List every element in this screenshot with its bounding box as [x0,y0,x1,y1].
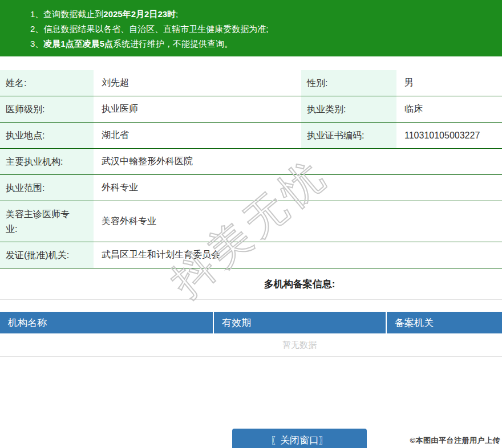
notice-number: 2、 [30,24,43,34]
column-header-filing-authority: 备案机关 [387,312,502,333]
field-label-issuing-authority: 发证(批准)机关: [0,242,94,268]
table-row: 执业地点: 湖北省 执业证书编码: 110310105003227 [0,123,502,149]
table-row: 医师级别: 执业医师 执业类别: 临床 [0,96,502,123]
notice-text: 查询数据截止到 [43,9,103,19]
field-value-issuing-authority: 武昌区卫生和计划生育委员会 [94,242,502,268]
notice-text-bold: 凌晨1点至凌晨5点 [43,39,113,48]
field-value-gender: 男 [396,70,502,96]
field-label-practice-category: 执业类别: [301,96,396,122]
field-label-name: 姓名: [0,70,94,96]
table-row: 发证(批准)机关: 武昌区卫生和计划生育委员会 [0,242,502,268]
field-value-main-institution: 武汉中翰整形外科医院 [94,149,502,174]
multi-org-section-title: 多机构备案信息: [0,268,502,300]
table-row: 姓名: 刘先超 性别: 男 [0,70,502,96]
photo-credit-watermark: ©本图由平台注册用户上传 [410,435,500,446]
table-row: 主要执业机构: 武汉中翰整形外科医院 [0,149,502,175]
column-header-validity-period: 有效期 [214,312,387,333]
field-label-practice-scope: 执业范围: [0,175,94,201]
notice-text: ; [176,9,178,19]
field-label-doctor-level: 医师级别: [0,96,94,122]
field-value-practice-location: 湖北省 [94,123,301,148]
page-viewport: 1、查询数据截止到2025年2月2日23时; 2、信息数据结果以各省、自治区、直… [0,0,502,448]
multi-org-table-header: 机构名称 有效期 备案机关 [0,312,502,333]
notice-number: 1、 [30,9,43,19]
field-label-practice-location: 执业地点: [0,123,94,148]
field-value-practice-scope: 外科专业 [94,175,502,201]
doctor-info-table: 姓名: 刘先超 性别: 男 医师级别: 执业医师 执业类别: 临床 执业地点: … [0,70,502,268]
notice-line-3: 3、凌晨1点至凌晨5点系统进行维护，不能提供查询。 [30,36,502,51]
field-value-cosmetic-specialty: 美容外科专业 [94,201,502,242]
notice-number: 3、 [30,39,43,48]
table-row: 美容主诊医师专 业: 美容外科专业 [0,201,502,242]
field-value-doctor-level: 执业医师 [94,96,301,122]
field-value-certificate-number: 110310105003227 [396,123,502,148]
field-label-main-institution: 主要执业机构: [0,149,94,174]
notice-line-1: 1、查询数据截止到2025年2月2日23时; [30,7,502,22]
table-row: 执业范围: 外科专业 [0,175,502,201]
field-value-practice-category: 临床 [396,96,502,122]
notice-text: 系统进行维护，不能提供查询。 [113,39,233,48]
notice-banner: 1、查询数据截止到2025年2月2日23时; 2、信息数据结果以各省、自治区、直… [0,0,502,56]
close-window-button[interactable]: 〖关闭窗口〗 [232,429,367,448]
notice-text: 信息数据结果以各省、自治区、直辖市卫生健康委数据为准; [43,24,268,34]
page-content: 1、查询数据截止到2025年2月2日23时; 2、信息数据结果以各省、自治区、直… [0,0,502,448]
field-label-cosmetic-specialty: 美容主诊医师专 业: [0,201,94,242]
field-label-certificate-number: 执业证书编码: [301,123,396,148]
empty-data-placeholder: 暂无数据 [0,333,502,357]
notice-text-bold: 2025年2月2日23时 [103,9,176,19]
field-value-name: 刘先超 [94,70,301,96]
notice-line-2: 2、信息数据结果以各省、自治区、直辖市卫生健康委数据为准; [30,22,502,36]
field-label-gender: 性别: [301,70,396,96]
column-header-institution-name: 机构名称 [0,312,214,333]
